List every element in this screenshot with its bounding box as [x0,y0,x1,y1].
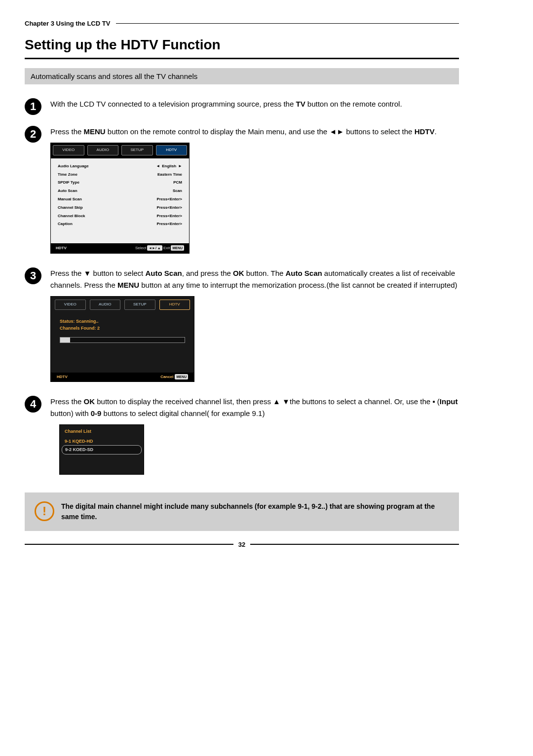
step-4-09: 0-9 [91,409,102,417]
row-label: Channel Skip [58,205,83,211]
tv-menu-hdtv: VIDEO AUDIO SETUP HDTV Audio Language ◄E… [50,143,190,254]
step-2: 2 Press the MENU button on the remote co… [25,126,459,257]
step-3: 3 Press the ▼ button to select Auto Scan… [25,267,459,385]
footer-select-label: Select [135,246,146,250]
row-val: PCM [173,180,182,186]
chapter-rule [116,23,459,24]
footer-hdtv-2: HDTV [57,374,68,380]
step-2-hdtv: HDTV [415,127,435,136]
tab-setup-2[interactable]: SETUP [124,300,155,310]
step-1-tv: TV [296,100,305,108]
step-3-text: Press the ▼ button to select Auto Scan, … [50,267,459,385]
title-rule [25,58,459,59]
step-4-mid1: button to display the received channel l… [95,397,273,406]
step-3-badge: 3 [25,267,41,284]
step-4-mid2: the buttons to select a channel. Or, use… [290,397,432,406]
row-caption[interactable]: CaptionPress<Enter> [58,220,182,228]
left-arrow-icon: ◄ [156,163,160,170]
menu-key-icon-2: MENU [175,374,188,379]
step-4: 4 Press the OK button to display the rec… [25,396,459,477]
scanning-status: Status: Scanning.. [60,318,185,325]
step-3-post: button at any time to interrupt the memo… [139,281,457,289]
step-3-mid1: button to select [91,269,145,277]
footer-hdtv: HDTV [56,245,67,252]
page-footer: 32 [25,541,459,548]
row-manual-scan[interactable]: Manual ScanPress<Enter> [58,195,182,204]
row-val: Press<Enter> [156,205,182,211]
menu-key-icon: MENU [171,245,184,251]
step-2-badge: 2 [25,126,41,143]
step-4-text: Press the OK button to display the recei… [50,396,459,477]
step-3-menu: MENU [117,281,139,289]
footer-right: Select◄►/ ▲ ExitMENU [135,245,184,252]
chapter-header: Chapter 3 Using the LCD TV [25,20,459,27]
warning-icon: ! [35,501,54,521]
row-channel-block[interactable]: Channel BlockPress<Enter> [58,212,182,221]
tv-menu-tabs: VIDEO AUDIO SETUP HDTV [51,143,189,158]
tv-menu-rows: Audio Language ◄English► Time ZoneEaster… [51,158,189,243]
step-3-pre: Press the [50,269,84,277]
channel-list-panel: Channel List 9-1 KQED-HD 9-2 KOED-SD [59,424,144,474]
row-val: Scan [173,188,182,194]
tv-menu-footer: HDTV Select◄►/ ▲ ExitMENU [51,243,189,253]
chapter-label: Chapter 3 Using the LCD TV [25,20,110,27]
tab-audio[interactable]: AUDIO [87,145,119,155]
footer-rule-left [25,544,233,545]
row-label: Audio Language [58,163,89,170]
step-1-text: With the LCD TV connected to a televisio… [50,98,459,110]
step-2-menu: MENU [84,127,106,136]
step-4-input: Input [440,397,458,406]
tab-hdtv-2[interactable]: HDTV [159,300,190,310]
row-label: Caption [58,221,73,227]
exclamation-icon: ! [42,505,46,517]
channels-found: Channels Found: 2 [60,325,185,332]
channel-item-1[interactable]: 9-1 KQED-HD [65,437,139,445]
step-4-mid4: button) with [50,409,91,417]
row-spdif[interactable]: SPDIF TypePCM [58,179,182,187]
step-1-pre: With the LCD TV connected to a televisio… [50,100,296,108]
step-3-mid2: , and press the [182,269,233,277]
row-val: Eastern Time [157,172,182,178]
tv-scanning-tabs: VIDEO AUDIO SETUP HDTV [51,297,194,315]
step-1-badge: 1 [25,98,41,115]
tv-scanning-body: Status: Scanning.. Channels Found: 2 [51,315,194,373]
row-audio-language[interactable]: Audio Language ◄English► [58,162,182,171]
row-channel-skip[interactable]: Channel SkipPress<Enter> [58,204,182,212]
step-2-mid2: buttons to select the [344,127,415,136]
tab-setup[interactable]: SETUP [121,145,153,155]
footer-exit-label: Exit [163,246,170,250]
progress-fill [60,338,70,342]
tv-menu-scanning: VIDEO AUDIO SETUP HDTV Status: Scanning.… [50,296,194,382]
tab-video-2[interactable]: VIDEO [55,300,86,310]
row-label: Auto Scan [58,188,77,194]
row-label: Channel Block [58,213,85,220]
row-val: English [162,163,176,170]
step-4-ok: OK [84,397,95,406]
up-down-arrows-icon: ▲ ▼ [273,397,290,406]
footer-cancel: CancelMENU [160,374,188,380]
row-time-zone[interactable]: Time ZoneEastern Time [58,171,182,179]
step-4-post: buttons to select digital channel( for e… [101,409,265,417]
step-3-autoscan2: Auto Scan [286,269,322,277]
cancel-label: Cancel [160,375,173,379]
left-right-arrows-icon: ◄► [329,127,344,136]
row-auto-scan[interactable]: Auto ScanScan [58,187,182,195]
down-arrow-icon: ▼ [84,269,91,277]
page-number: 32 [238,541,245,548]
tab-audio-2[interactable]: AUDIO [90,300,121,310]
row-label: SPDIF Type [58,180,79,186]
step-1: 1 With the LCD TV connected to a televis… [25,98,459,115]
step-3-ok: OK [233,269,244,277]
footer-rule-right [250,544,459,545]
step-2-pre: Press the [50,127,84,136]
tab-hdtv[interactable]: HDTV [156,145,188,155]
step-2-mid: button on the remote control to display … [106,127,330,136]
warning-note: ! The digital main channel might include… [25,492,459,531]
channel-item-2[interactable]: 9-2 KOED-SD [62,445,142,454]
page-title: Setting up the HDTV Function [25,37,459,53]
step-3-autoscan: Auto Scan [145,269,182,277]
progress-bar [60,337,185,343]
step-2-text: Press the MENU button on the remote cont… [50,126,459,257]
row-label: Time Zone [58,172,77,178]
tab-video[interactable]: VIDEO [53,145,84,155]
